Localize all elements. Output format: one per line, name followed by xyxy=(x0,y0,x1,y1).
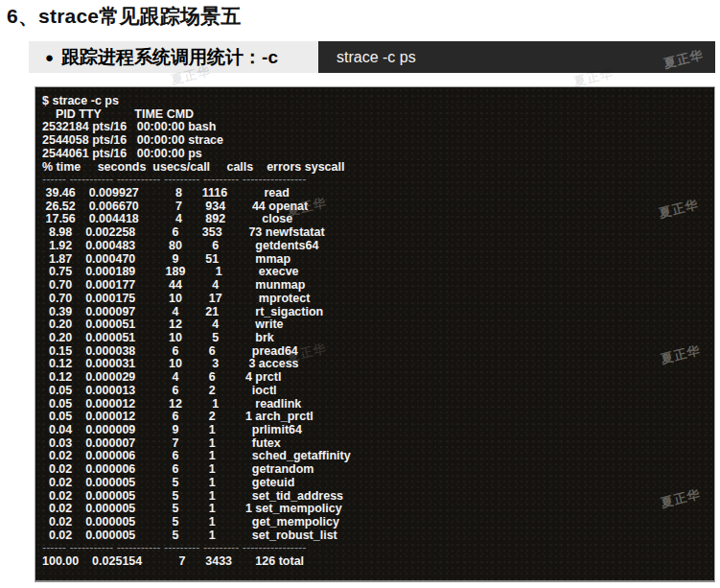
terminal-line: 8.98 0.002258 6 353 73 newfstatat xyxy=(42,226,714,240)
terminal-line: 0.02 0.000005 5 1 1 set_mempolicy xyxy=(42,503,714,516)
terminal-line: 0.20 0.000051 12 4 write xyxy=(42,318,714,332)
terminal-line: 2544061 pts/16 00:00:00 ps xyxy=(42,148,714,161)
terminal-window: $ strace -c ps PID TTY TIME CMD2532184 p… xyxy=(35,86,715,582)
section-bar: ● 跟踪进程系统调用统计：-c strace -c ps xyxy=(29,41,715,73)
page-title: 6、strace常见跟踪场景五 xyxy=(7,3,242,30)
terminal-line: 0.02 0.000006 6 1 getrandom xyxy=(42,463,714,477)
section-label-text: 跟踪进程系统调用统计：-c xyxy=(61,45,278,70)
terminal-line: 0.12 0.000029 4 6 4 prctl xyxy=(42,371,714,385)
terminal-line: $ strace -c ps xyxy=(42,95,714,108)
terminal-line: 26.52 0.006670 7 934 44 openat xyxy=(42,200,714,214)
terminal-line: 1.92 0.000483 80 6 getdents64 xyxy=(42,240,714,253)
bullet-icon: ● xyxy=(45,49,54,65)
terminal-line: % time seconds usecs/call calls errors s… xyxy=(42,161,714,175)
terminal-line: 0.02 0.000005 5 1 set_tid_address xyxy=(42,490,714,504)
terminal-line: 0.70 0.000177 44 4 munmap xyxy=(42,279,714,293)
terminal-line: 2544058 pts/16 00:00:00 strace xyxy=(42,134,714,148)
terminal-divider-line: ------ ----------- ----------- ---------… xyxy=(42,174,714,187)
terminal-line: 1.87 0.000470 9 51 mmap xyxy=(42,253,714,267)
terminal-line: 0.03 0.000007 7 1 futex xyxy=(42,437,714,451)
terminal-line: PID TTY TIME CMD xyxy=(42,108,714,122)
terminal-line: 0.02 0.000006 6 1 sched_getaffinity xyxy=(42,450,714,463)
terminal-line: 0.02 0.000005 5 1 set_robust_list xyxy=(42,529,714,543)
terminal-line: 0.02 0.000005 5 1 get_mempolicy xyxy=(42,516,714,529)
terminal-line: 39.46 0.009927 8 1116 read xyxy=(42,187,714,200)
terminal-line: 0.02 0.000005 5 1 geteuid xyxy=(42,477,714,490)
terminal-line: 0.04 0.000009 9 1 prlimit64 xyxy=(42,424,714,437)
terminal-line: 0.75 0.000189 189 1 execve xyxy=(42,266,714,279)
section-label: ● 跟踪进程系统调用统计：-c xyxy=(29,41,318,73)
terminal-line: 0.20 0.000051 10 5 brk xyxy=(42,332,714,345)
command-box: strace -c ps xyxy=(318,41,715,73)
terminal-line: 100.00 0.025154 7 3433 126 total xyxy=(42,555,714,569)
terminal-line: 0.05 0.000012 12 1 readlink xyxy=(42,398,714,412)
terminal-divider-line: ------ ----------- ----------- ---------… xyxy=(42,542,714,555)
terminal-line: 0.70 0.000175 10 17 mprotect xyxy=(42,293,714,306)
terminal-line: 0.12 0.000031 10 3 3 access xyxy=(42,358,714,371)
terminal-output: $ strace -c ps PID TTY TIME CMD2532184 p… xyxy=(42,95,714,569)
terminal-line: 17.56 0.004418 4 892 close xyxy=(42,213,714,226)
command-text: strace -c ps xyxy=(337,49,416,66)
terminal-line: 2532184 pts/16 00:00:00 bash xyxy=(42,121,714,134)
terminal-line: 0.05 0.000013 6 2 ioctl xyxy=(42,385,714,398)
terminal-line: 0.15 0.000038 6 6 pread64 xyxy=(42,345,714,359)
terminal-line: 0.05 0.000012 6 2 1 arch_prctl xyxy=(42,411,714,424)
terminal-line: 0.39 0.000097 4 21 rt_sigaction xyxy=(42,306,714,319)
